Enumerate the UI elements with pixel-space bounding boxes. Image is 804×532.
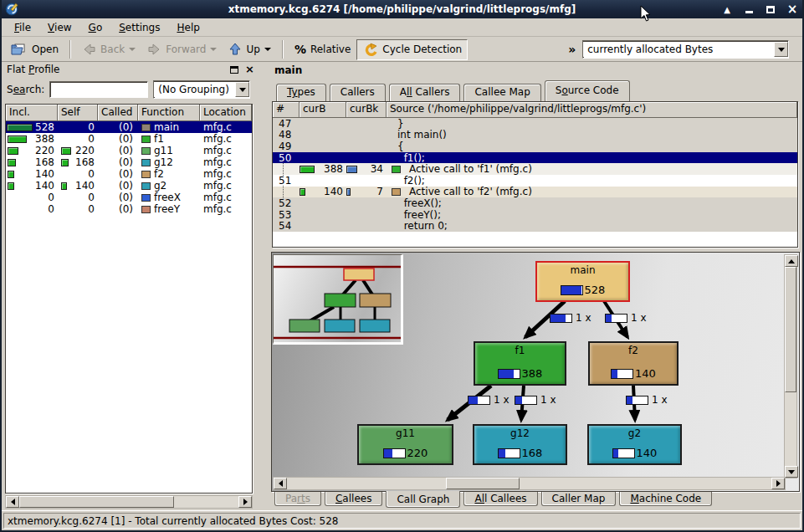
up-button[interactable]: Up — [223, 39, 276, 60]
table-row[interactable]: 528 0 (0) main mfg.c — [6, 121, 252, 133]
column-header-function[interactable]: Function — [138, 105, 200, 121]
shade-icon: ▲ — [724, 5, 730, 14]
scroll-right-button[interactable] — [238, 496, 252, 508]
table-row[interactable]: 0 0 (0) freeX mfg.c — [6, 192, 252, 203]
open-button[interactable]: Open — [5, 39, 64, 60]
source-line[interactable]: 53 freeY(); — [273, 209, 797, 221]
active-call-row[interactable]: 388 34 Active call to 'f1' (mfg.c) — [273, 163, 797, 175]
back-button[interactable]: Back — [76, 39, 141, 60]
column-header-called[interactable]: Called — [98, 105, 138, 121]
tab-parts[interactable]: Parts — [274, 492, 321, 506]
graph-node-g11[interactable]: g11 220 — [357, 424, 453, 465]
scroll-up-button[interactable] — [785, 255, 798, 267]
scroll-left-button[interactable] — [274, 478, 287, 489]
column-header-self[interactable]: Self — [58, 105, 98, 121]
cost-bar — [346, 188, 351, 196]
horizontal-scrollbar[interactable] — [5, 495, 253, 509]
scrollbar-thumb[interactable] — [785, 267, 796, 392]
menu-settings[interactable]: Settings — [111, 20, 167, 35]
back-dropdown-icon — [129, 48, 136, 51]
dock-title: Flat Profile — [7, 64, 230, 75]
toolbar-overflow-chevron[interactable]: » — [568, 43, 576, 56]
vertical-scrollbar[interactable] — [784, 254, 797, 478]
graph-node-main[interactable]: main 528 — [535, 261, 630, 302]
scroll-down-button[interactable] — [785, 466, 798, 478]
open-folder-icon — [11, 43, 28, 56]
event-type-select[interactable]: currently allocated Bytes — [582, 40, 789, 59]
dropdown-button[interactable] — [235, 82, 249, 97]
dropdown-button[interactable] — [774, 42, 788, 57]
search-input[interactable] — [49, 81, 148, 98]
function-color-swatch — [141, 194, 151, 202]
grouping-select[interactable]: (No Grouping) — [153, 80, 250, 99]
panel-splitter[interactable] — [258, 62, 271, 509]
toolbar-separator — [69, 40, 71, 59]
cycle-detection-button[interactable]: Cycle Detection — [356, 39, 468, 60]
source-line[interactable]: 48 int main() — [273, 130, 797, 141]
graph-overview-minimap[interactable] — [273, 254, 403, 345]
tab-callers[interactable]: Callers — [330, 84, 386, 101]
tab-callee-map[interactable]: Callee Map — [463, 84, 540, 101]
tab-machine-code[interactable]: Machine Code — [619, 492, 712, 506]
scrollbar-thumb[interactable] — [19, 496, 174, 508]
source-line[interactable]: 49 { — [273, 141, 797, 152]
toolbar: Open Back Forward Up % Relative Cycle De… — [2, 38, 802, 62]
menu-help[interactable]: Help — [169, 20, 207, 35]
shade-button[interactable]: ▲ — [720, 3, 734, 16]
column-header-line[interactable]: # — [273, 102, 300, 118]
column-header-curbk[interactable]: curBk — [346, 102, 387, 118]
tab-call-graph[interactable]: Call Graph — [386, 491, 460, 508]
cost-bar — [561, 285, 583, 295]
tab-all-callers[interactable]: All Callers — [389, 84, 461, 101]
tab-all-callees[interactable]: All Callees — [463, 492, 537, 506]
incl-bar — [8, 182, 14, 190]
active-call-row[interactable]: 140 7 Active call to 'f2' (mfg.c) — [273, 187, 797, 198]
dock-close-icon[interactable]: × — [245, 65, 254, 74]
source-line[interactable]: 47 } — [273, 118, 797, 130]
maximize-button[interactable] — [764, 3, 777, 16]
table-row[interactable]: 0 0 (0) freeY mfg.c — [6, 203, 252, 215]
table-row[interactable]: 140 0 (0) f2 mfg.c — [6, 168, 252, 180]
tab-source-code[interactable]: Source Code — [545, 80, 630, 101]
source-line[interactable]: 54 return 0; — [273, 220, 797, 232]
table-row[interactable]: 220 220 (0) g11 mfg.c — [6, 145, 252, 156]
menu-go[interactable]: Go — [81, 20, 110, 35]
column-header-curb[interactable]: curB — [300, 102, 346, 118]
horizontal-scrollbar[interactable] — [273, 477, 786, 490]
source-line[interactable]: 51 f2(); — [273, 175, 797, 187]
function-color-swatch — [141, 147, 151, 155]
source-line[interactable]: 52 freeX(); — [273, 197, 797, 209]
tab-types[interactable]: Types — [276, 84, 326, 101]
toolbar-separator — [282, 40, 284, 59]
scroll-right-button[interactable] — [771, 478, 785, 489]
scrollbar-thumb[interactable] — [446, 478, 520, 489]
graph-tabbar: Parts Callees Call Graph All Callees Cal… — [271, 492, 804, 509]
column-header-location[interactable]: Location — [200, 105, 252, 121]
column-header-incl[interactable]: Incl. — [6, 105, 58, 121]
tab-callees[interactable]: Callees — [325, 492, 382, 506]
menu-view[interactable]: View — [40, 20, 79, 35]
table-row[interactable]: 388 0 (0) f1 mfg.c — [6, 133, 252, 145]
close-button[interactable]: × — [786, 3, 799, 16]
forward-button[interactable]: Forward — [141, 39, 223, 60]
edge-call-count: 1 x — [468, 394, 510, 406]
graph-node-f2[interactable]: f2 140 — [588, 341, 679, 386]
relative-button[interactable]: % Relative — [289, 39, 356, 60]
graph-node-g12[interactable]: g12 168 — [473, 424, 567, 465]
menu-file[interactable]: File — [7, 20, 38, 35]
minimize-button[interactable] — [742, 3, 755, 16]
arrow-left-icon — [279, 480, 283, 487]
table-row[interactable]: 140 140 (0) g2 mfg.c — [6, 180, 252, 192]
source-line-selected[interactable]: 50 f1(); — [273, 152, 797, 164]
scroll-left-button[interactable] — [6, 496, 19, 508]
call-graph-canvas[interactable]: main 528 f1 388 f2 140 g11 220 g12 168 g… — [271, 252, 800, 492]
table-row[interactable]: 168 168 (0) g12 mfg.c — [6, 156, 252, 168]
graph-node-g2[interactable]: g2 140 — [587, 424, 682, 465]
dock-float-icon[interactable] — [230, 66, 238, 74]
tab-caller-map[interactable]: Caller Map — [541, 492, 617, 506]
table-header: Incl. Self Called Function Location — [6, 105, 252, 121]
edge-call-count: 1 x — [605, 312, 647, 324]
edge-call-count: 1 x — [626, 394, 668, 406]
graph-node-f1[interactable]: f1 388 — [474, 341, 566, 386]
column-header-source[interactable]: Source ('/home/philippe/valgrind/littlep… — [387, 102, 797, 118]
